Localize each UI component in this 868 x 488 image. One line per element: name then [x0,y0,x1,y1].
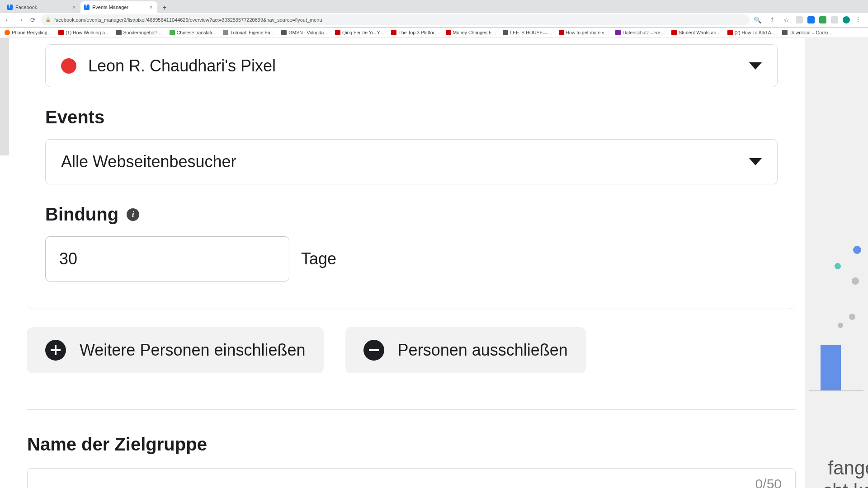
bookmark-favicon [671,30,677,35]
bookmark-favicon [391,30,396,35]
audience-name-input[interactable]: 0/50 [27,468,796,488]
tab-label: Events Manager [92,5,146,10]
decorative-bar [821,345,841,390]
bookmark-item[interactable]: Tutorial: Eigene Fa… [223,30,275,35]
bookmark-item[interactable]: (2) How To Add A… [727,30,776,35]
include-button-label: Weitere Personen einschließen [80,341,306,360]
browser-chrome: Facebook × Events Manager × + ← → ⟳ 🔒 fa… [0,0,868,28]
bookmark-favicon [116,30,122,35]
bookmark-item[interactable]: Datenschutz – Re… [615,30,665,35]
include-more-button[interactable]: Weitere Personen einschließen [27,327,324,373]
bookmark-favicon [559,30,564,35]
extension-icon[interactable] [819,16,826,23]
facebook-favicon [7,5,13,10]
background-text: cht korr [823,480,868,488]
bookmarks-bar: Phone Recycling… (1) How Working a… Sond… [0,28,868,38]
source-selector[interactable]: Leon R. Chaudhari's Pixel [45,44,778,87]
char-counter: 0/50 [755,476,782,488]
back-button[interactable]: ← [3,15,13,25]
bookmark-favicon [5,30,10,35]
bookmark-item[interactable]: Download – Cooki… [782,30,833,35]
tab-facebook[interactable]: Facebook × [4,1,80,13]
extension-icon[interactable] [807,16,815,23]
browser-toolbar: ← → ⟳ 🔒 facebook.com/events_manager2/lis… [0,13,868,27]
toolbar-icons: 🔍 ⤴ ☆ ⋮ [752,15,865,25]
bookmark-favicon [170,30,175,35]
bookmark-item[interactable]: Student Wants an… [671,30,721,35]
minus-icon [363,340,384,361]
audience-name-heading: Name der Zielgruppe [27,434,796,455]
reload-button[interactable]: ⟳ [28,15,38,25]
events-selected-label: Alle Webseitenbesucher [61,152,236,171]
bookmark-favicon [223,30,228,35]
exclude-button-label: Personen ausschließen [398,341,568,360]
bookmark-favicon [503,30,508,35]
retention-input[interactable] [45,236,289,282]
tab-events-manager[interactable]: Events Manager × [80,1,157,13]
action-row: Weitere Personen einschließen Personen a… [27,327,796,373]
profile-avatar[interactable] [843,16,850,23]
lock-icon: 🔒 [45,17,51,22]
decorative-graphic [805,228,868,408]
exclude-button[interactable]: Personen ausschließen [345,327,586,373]
left-gutter [0,38,9,488]
decorative-dot [852,277,859,285]
bookmark-favicon [615,30,621,35]
close-tab-icon[interactable]: × [148,5,154,10]
extension-icon[interactable] [796,16,803,23]
bookmark-item[interactable]: Chinese translati… [170,30,217,35]
decorative-dot [853,246,861,254]
bookmark-item[interactable]: Phone Recycling… [5,30,52,35]
chevron-down-icon [749,62,762,70]
tab-label: Facebook [15,5,69,10]
close-tab-icon[interactable]: × [71,5,77,10]
tab-strip: Facebook × Events Manager × + [0,0,868,13]
events-selector[interactable]: Alle Webseitenbesucher [45,139,778,184]
criteria-card: Leon R. Chaudhari's Pixel Events Alle We… [27,44,796,309]
retention-unit-label: Tage [301,249,336,268]
share-icon[interactable]: ⤴ [767,15,777,25]
divider [27,409,796,410]
info-icon[interactable]: i [127,208,139,221]
chevron-down-icon [749,158,762,165]
forward-button[interactable]: → [15,15,25,25]
bookmark-favicon [782,30,788,35]
decorative-line [809,390,863,391]
bookmark-item[interactable]: (1) How Working a… [58,30,109,35]
bookmark-item[interactable]: LEE 'S HOUSE—… [503,30,552,35]
bookmark-item[interactable]: Money Changes E… [446,30,497,35]
zoom-icon[interactable]: 🔍 [752,15,762,25]
facebook-favicon [84,5,90,10]
background-panel: fangen cht korr [805,38,868,488]
bookmark-favicon [335,30,340,35]
bookmark-favicon [446,30,451,35]
extensions-puzzle-icon[interactable] [831,16,838,23]
url-text: facebook.com/events_manager2/list/pixel/… [54,17,745,23]
star-icon[interactable]: ☆ [781,15,791,25]
decorative-dot [849,314,855,320]
bookmark-item[interactable]: The Top 3 Platfor… [391,30,439,35]
bookmark-favicon [281,30,287,35]
new-tab-button[interactable]: + [159,2,170,13]
address-bar[interactable]: 🔒 facebook.com/events_manager2/list/pixe… [41,14,750,25]
decorative-dot [835,263,841,269]
bookmark-favicon [727,30,733,35]
bookmark-item[interactable]: Sonderangebot! … [116,30,163,35]
menu-dots-icon[interactable]: ⋮ [854,16,862,23]
bookmark-item[interactable]: GMSN · Vologda… [281,30,329,35]
source-label: Leon R. Chaudhari's Pixel [88,56,276,75]
background-text: fangen [828,457,868,479]
bookmark-item[interactable]: How to get more v… [559,30,609,35]
events-heading: Events [45,107,778,127]
audience-form: Leon R. Chaudhari's Pixel Events Alle We… [27,38,796,488]
retention-heading: Bindung [45,204,118,225]
decorative-dot [838,323,843,328]
plus-icon [45,340,66,361]
bookmark-item[interactable]: Qing Fei De Yi - Y… [335,30,385,35]
bookmark-favicon [58,30,64,35]
pixel-status-icon [61,58,76,74]
page-content: fangen cht korr Leon R. Chaudhari's Pixe… [0,38,868,488]
